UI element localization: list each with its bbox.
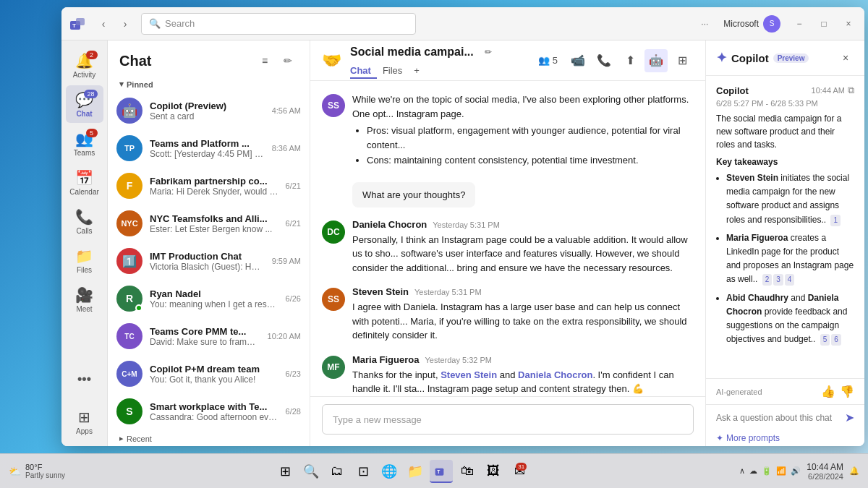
copilot-button[interactable]: 🤖 xyxy=(644,49,668,72)
account-area[interactable]: Microsoft S xyxy=(719,14,785,34)
list-item[interactable]: C+M Copilot P+M dream team You: Got it, … xyxy=(108,355,310,393)
audio-call-button[interactable]: 📞 xyxy=(592,49,616,72)
bullet-name: Steven Stein xyxy=(726,173,778,183)
clock[interactable]: 10:44 AM 6/28/2024 xyxy=(807,462,843,481)
ref-num[interactable]: 3 xyxy=(773,274,783,286)
back-button[interactable]: ‹ xyxy=(93,14,114,34)
feedback-buttons: 👍 👎 xyxy=(821,385,854,398)
more-prompts-button[interactable]: ✦ More prompts xyxy=(706,430,864,446)
thumbs-up-button[interactable]: 👍 xyxy=(821,385,835,398)
svg-text:T: T xyxy=(72,22,76,29)
svg-text:T: T xyxy=(437,469,440,474)
ref-num[interactable]: 5 xyxy=(820,334,830,346)
apps-button[interactable]: ⊞ xyxy=(671,49,694,72)
ref-num[interactable]: 6 xyxy=(831,334,841,346)
sidebar-item-meet[interactable]: 🎥 Meet xyxy=(66,281,103,318)
start-button[interactable]: ⊞ xyxy=(273,460,297,483)
list-item[interactable]: 🤖 Copilot (Preview) Sent a card 4:56 AM xyxy=(108,92,310,129)
sidebar-item-files[interactable]: 📁 Files xyxy=(66,241,103,279)
copilot-date-range: 6/28 5:27 PM - 6/28 5:33 PM xyxy=(716,99,854,108)
chat-info: Teams and Platform ... Scott: [Yesterday… xyxy=(150,138,265,159)
list-item[interactable]: F Fabrikam partnership co... Maria: Hi D… xyxy=(108,167,310,205)
store-icon[interactable]: 🛍 xyxy=(456,460,479,483)
avatar: NYC xyxy=(116,210,142,236)
chat-name: Social media campai... xyxy=(350,46,474,59)
tab-files[interactable]: Files xyxy=(377,64,408,79)
widgets-button[interactable]: ⊡ xyxy=(352,460,375,483)
filter-button[interactable]: ≡ xyxy=(255,51,275,71)
ref-nums: 1 xyxy=(830,215,841,226)
maximize-button[interactable]: □ xyxy=(814,14,834,34)
edge-browser-icon[interactable]: 🌐 xyxy=(378,460,401,483)
chevron-up-icon[interactable]: ∧ xyxy=(739,466,745,476)
mail-badge: 31 xyxy=(516,463,527,471)
avatar: S xyxy=(763,15,780,33)
notification-icon[interactable]: 🔔 xyxy=(849,466,859,476)
sidebar-item-teams[interactable]: 👥 Teams 5 xyxy=(66,124,103,162)
participants-count[interactable]: 👥 5 xyxy=(532,52,563,69)
list-item[interactable]: 1️⃣ IMT Production Chat Victoria Blasich… xyxy=(108,242,310,280)
message-sender: Steven Stein xyxy=(352,286,409,297)
sidebar-item-calls[interactable]: 📞 Calls xyxy=(66,202,103,240)
speaker-icon[interactable]: 🔊 xyxy=(791,466,801,476)
calls-icon: 📞 xyxy=(75,208,93,226)
sidebar-item-activity[interactable]: 🔔 Activity 2 xyxy=(66,46,103,84)
chat-header-tabs: Chat Files + xyxy=(350,64,524,79)
ref-num[interactable]: 4 xyxy=(785,274,795,286)
add-tab-button[interactable]: + xyxy=(408,64,425,79)
bullet-name: Abid Chaudhry xyxy=(726,293,788,303)
copilot-question-input[interactable] xyxy=(716,413,841,423)
thumbs-down-button[interactable]: 👎 xyxy=(840,385,854,398)
chat-main: 🤝 Social media campai... ✏ Chat Files + … xyxy=(310,40,705,446)
photos-icon[interactable]: 🖼 xyxy=(482,460,505,483)
date-display: 6/28/2024 xyxy=(807,472,843,481)
ref-num[interactable]: 2 xyxy=(762,274,773,286)
list-item[interactable]: S Smart workplace with Te... Cassandra: … xyxy=(108,393,310,428)
pinned-section-label[interactable]: ▾ Pinned xyxy=(108,77,310,92)
avatar: C+M xyxy=(116,361,142,387)
task-view-button[interactable]: 🗂 xyxy=(326,460,349,483)
list-item[interactable]: R Ryan Nadel You: meaning when I get a r… xyxy=(108,280,310,317)
sidebar-item-more[interactable]: ••• xyxy=(66,361,103,398)
sidebar-item-apps[interactable]: ⊞ Apps xyxy=(66,403,103,440)
close-button[interactable]: × xyxy=(838,14,859,34)
battery-icon[interactable]: 🔋 xyxy=(762,466,772,476)
list-item[interactable]: TP Teams and Platform ... Scott: [Yester… xyxy=(108,129,310,167)
search-bar[interactable]: 🔍 Search xyxy=(141,13,416,35)
list-item[interactable]: NYC NYC Teamsfolks and Alli... Ester: Le… xyxy=(108,205,310,242)
taskbar-search-button[interactable]: 🔍 xyxy=(299,460,323,483)
message-time: Yesterday 5:31 PM xyxy=(433,221,500,229)
sidebar-item-chat[interactable]: 💬 Chat 28 xyxy=(66,85,103,123)
copy-button[interactable]: ⧉ xyxy=(848,85,854,96)
video-call-button[interactable]: 📹 xyxy=(566,49,590,72)
tab-chat[interactable]: Chat xyxy=(350,64,377,79)
sidebar-item-calendar[interactable]: 📅 Calendar xyxy=(66,163,103,201)
list-item[interactable]: TC Teams Core PMM te... David: Make sure… xyxy=(108,317,310,355)
more-options-button[interactable]: ··· xyxy=(694,14,715,34)
teams-badge: 5 xyxy=(86,129,98,137)
title-bar: T ‹ › 🔍 Search ··· Microsoft S − □ × xyxy=(61,7,864,40)
edit-name-button[interactable]: ✏ xyxy=(478,42,498,62)
ref-num[interactable]: 1 xyxy=(830,215,841,226)
copilot-close-button[interactable]: × xyxy=(837,49,854,67)
wifi-icon[interactable]: 📶 xyxy=(776,466,786,476)
apps-icon: ⊞ xyxy=(78,408,90,426)
message-group: SS Steven Stein Yesterday 5:31 PM I agre… xyxy=(322,286,694,343)
new-chat-button[interactable]: ✏ xyxy=(278,51,298,71)
file-explorer-icon[interactable]: 📁 xyxy=(404,460,427,483)
teams-taskbar-icon[interactable]: T xyxy=(430,460,453,483)
minimize-button[interactable]: − xyxy=(789,14,809,34)
weather-temp: 80°F xyxy=(25,463,65,471)
chat-list-title: Chat xyxy=(119,53,151,69)
files-icon: 📁 xyxy=(75,247,93,265)
message-input[interactable]: Type a new message xyxy=(322,404,694,435)
recent-section-label[interactable]: ▸ Recent xyxy=(108,428,310,446)
message-input-placeholder: Type a new message xyxy=(333,414,422,425)
forward-button[interactable]: › xyxy=(115,14,135,34)
mail-icon[interactable]: ✉ 31 xyxy=(508,460,531,483)
share-button[interactable]: ⬆ xyxy=(618,49,642,72)
title-bar-right: ··· Microsoft S − □ × xyxy=(694,14,859,34)
messages-area[interactable]: SS While we're on the topic of social me… xyxy=(310,81,705,396)
copilot-send-button[interactable]: ➤ xyxy=(845,411,854,424)
onedrive-icon[interactable]: ☁ xyxy=(749,466,757,476)
